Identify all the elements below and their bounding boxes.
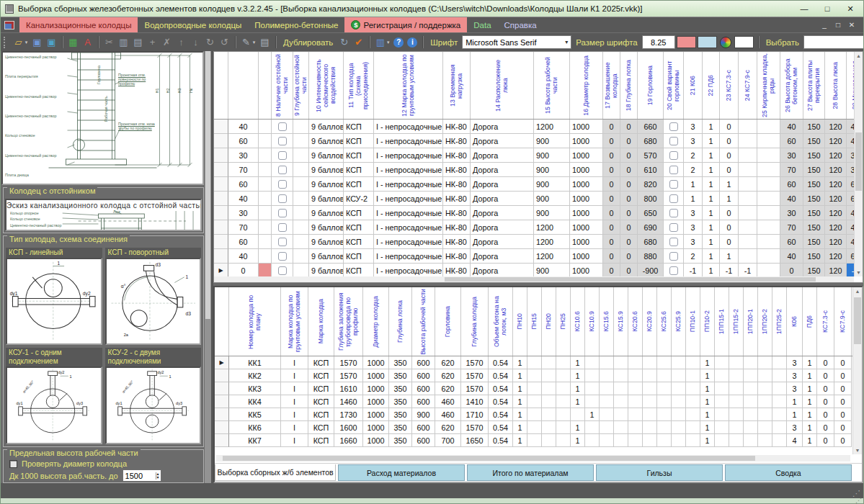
- cell-val[interactable]: 60: [228, 134, 259, 148]
- column-header-c27[interactable]: 27 Высота плиты перекрытия: [803, 52, 825, 119]
- window-resize-grip-icon[interactable]: ⋰: [855, 498, 862, 504]
- cell-c29[interactable]: 39: [847, 148, 854, 163]
- cell-c16[interactable]: 1000: [570, 206, 603, 220]
- cell-c29[interactable]: 61: [847, 192, 854, 206]
- cell-ks256[interactable]: [657, 395, 672, 408]
- cell-c26[interactable]: 60: [780, 134, 803, 148]
- column-header-c23[interactable]: 23 КС7.3-с: [720, 52, 739, 119]
- cell-c25[interactable]: [757, 120, 780, 134]
- cell-c26[interactable]: 70: [780, 163, 803, 177]
- cell-pp102[interactable]: 1: [700, 408, 715, 421]
- cell-ks109[interactable]: [585, 395, 600, 408]
- cell-c22[interactable]: 1: [703, 177, 720, 192]
- row-header[interactable]: [215, 369, 229, 382]
- column-header-gorl[interactable]: Горловина: [435, 287, 461, 356]
- undo-icon[interactable]: ↺: [218, 35, 231, 50]
- checkbox[interactable]: [278, 137, 287, 145]
- cell-c16[interactable]: 1000: [570, 220, 603, 235]
- cell-p201[interactable]: [744, 382, 758, 395]
- cell-pn25[interactable]: [556, 421, 571, 434]
- cell-vol[interactable]: 0.54: [489, 356, 513, 369]
- menu-item[interactable]: Справка: [498, 17, 543, 33]
- cell-flag[interactable]: [259, 206, 272, 220]
- cell-c23[interactable]: 0: [720, 120, 739, 134]
- cell-gorl[interactable]: 620: [435, 356, 461, 369]
- cell-c11[interactable]: КСУ-2: [344, 192, 374, 206]
- row-header[interactable]: [214, 220, 228, 235]
- cell-c9[interactable]: [293, 235, 309, 249]
- cell-c24[interactable]: -1: [739, 264, 757, 276]
- cell-c15[interactable]: 1200: [534, 249, 570, 264]
- cell-ks206[interactable]: [628, 434, 643, 447]
- cell-pp101[interactable]: [686, 421, 700, 434]
- cell-c15[interactable]: 900: [534, 264, 570, 276]
- column-header-flag[interactable]: [259, 52, 272, 119]
- cell-c12[interactable]: I - непросадочные сухи...: [374, 249, 443, 264]
- cell-c25[interactable]: [757, 134, 780, 148]
- cell-c29[interactable]: 47: [847, 120, 854, 134]
- cell-val[interactable]: 40: [228, 120, 259, 134]
- cell-p252[interactable]: [772, 434, 787, 447]
- cell-p202[interactable]: [758, 434, 772, 447]
- cell-pp102[interactable]: 1: [700, 356, 715, 369]
- top-grid-vscrollbar[interactable]: ▲ ▼: [854, 52, 863, 276]
- cell-flag[interactable]: [259, 235, 272, 249]
- checkbox[interactable]: [669, 209, 678, 217]
- row-header[interactable]: [214, 192, 228, 206]
- move-up-icon[interactable]: ↑: [174, 35, 188, 50]
- cell-flag[interactable]: [259, 163, 272, 177]
- type-panel-ksp-linear[interactable]: КСП - линейный: [6, 248, 102, 345]
- tab[interactable]: Сводка: [725, 464, 852, 481]
- cell-c24[interactable]: [739, 206, 757, 220]
- column-header-rab[interactable]: Высота рабочей части: [412, 287, 435, 356]
- cell-pn15[interactable]: [527, 408, 542, 421]
- cell-c19[interactable]: -900: [638, 264, 664, 276]
- cell-ks79[interactable]: 0: [834, 434, 852, 447]
- checkbox[interactable]: [278, 122, 287, 131]
- cell-c22[interactable]: 1: [703, 192, 720, 206]
- cell-c27[interactable]: 150: [803, 177, 825, 192]
- cell-c9[interactable]: [293, 177, 309, 192]
- checkbox[interactable]: [278, 238, 287, 246]
- cell-c11[interactable]: КСП: [344, 134, 374, 148]
- cell-p202[interactable]: [758, 395, 772, 408]
- cell-pp101[interactable]: [686, 408, 700, 421]
- cell-c10[interactable]: 9 баллов: [309, 206, 344, 220]
- tab[interactable]: Итого по материалам: [467, 464, 594, 481]
- checkbox[interactable]: [669, 180, 678, 189]
- cell-c23[interactable]: 0: [720, 163, 739, 177]
- cell-c12[interactable]: I - непросадочные сухи...: [374, 220, 443, 235]
- cell-pn15[interactable]: [527, 356, 542, 369]
- cell-flag[interactable]: [259, 264, 272, 276]
- close-button[interactable]: ✕: [839, 4, 862, 14]
- cell-ks209[interactable]: [643, 382, 657, 395]
- cell-c15[interactable]: 900: [534, 206, 570, 220]
- type-panel-ksu2[interactable]: КСУ-2 - с двумя подключениями: [105, 348, 202, 445]
- cell-ks259[interactable]: [672, 356, 686, 369]
- column-header-c24[interactable]: 24 КС7.9-с: [739, 52, 757, 119]
- cell-ks79[interactable]: 0: [834, 356, 852, 369]
- row-header[interactable]: [215, 421, 229, 434]
- cell-mark[interactable]: КСП: [308, 369, 334, 382]
- cell-gorl[interactable]: 460: [435, 408, 461, 421]
- cell-c29[interactable]: 47: [847, 134, 854, 148]
- mdi-restore-button[interactable]: □: [832, 21, 844, 29]
- column-header-well[interactable]: Глубина колодца: [461, 287, 489, 356]
- column-header-num[interactable]: Номер колодца по плану: [229, 287, 281, 356]
- cell-p252[interactable]: [772, 382, 787, 395]
- cell-lotok[interactable]: 350: [389, 408, 412, 421]
- white-color-swatch[interactable]: [734, 36, 754, 48]
- cell-flag[interactable]: [259, 134, 272, 148]
- column-header-c22[interactable]: 22 ПД6: [703, 52, 720, 119]
- cell-c20[interactable]: [664, 206, 684, 220]
- cell-c14[interactable]: Дорога: [471, 220, 534, 235]
- column-header-c28[interactable]: 28 Высота люка: [825, 52, 847, 119]
- cell-c27[interactable]: 150: [803, 120, 825, 134]
- mdi-close-button[interactable]: ✕: [846, 21, 858, 29]
- cell-c16[interactable]: 1000: [570, 249, 603, 264]
- cell-p151[interactable]: [715, 434, 729, 447]
- cell-mark[interactable]: КСП: [308, 421, 334, 434]
- cell-pn15[interactable]: [527, 434, 542, 447]
- cell-c18[interactable]: 0: [620, 120, 638, 134]
- cell-ks79[interactable]: 0: [834, 395, 852, 408]
